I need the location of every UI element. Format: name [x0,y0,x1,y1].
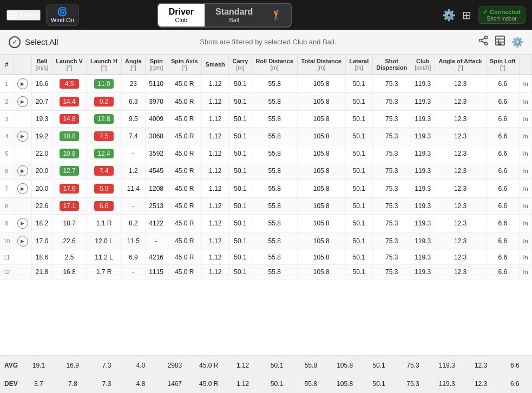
select-all-button[interactable]: ✓ Select All [9,36,58,48]
filter-text: Shots are filtered by selected Club and … [67,38,469,46]
play-button[interactable]: ▶ [17,131,28,142]
lateral-cell: 50.1 [345,250,372,265]
shots-table: # Ball[m/s] Launch V[°] Launch H[°] Angl… [0,55,532,279]
club-speed-cell: 119.3 [411,75,435,93]
smash-cell: 1.12 [202,232,229,250]
club-speed-cell: 119.3 [411,145,435,162]
table-row: 822.617.16.6-251345.0 R1.1250.155.8105.8… [0,198,532,215]
lateral-cell: 50.1 [345,75,372,93]
footer-cell: 55.8 [294,361,328,370]
footer-cell: 1.12 [226,361,260,370]
play-cell[interactable]: ▶ [14,93,32,111]
play-button[interactable]: ▶ [17,183,28,194]
play-cell [14,250,32,265]
roll-cell: 55.8 [252,93,297,111]
aoa-cell: 12.3 [435,250,486,265]
launch-v-cell: 18.7 [52,215,87,232]
carry-cell: 50.1 [229,232,252,250]
spinloft-cell: 6.6 [486,111,520,128]
ball-speed-cell: 20.7 [32,93,52,111]
svg-point-2 [485,42,488,45]
launch-h-cell: 7.4 [87,162,121,180]
club-tabs: Driver Club Standard Ball 🏌️ [157,3,292,28]
footer-cell: 1467 [157,379,192,389]
extra-cell: In [520,111,532,128]
dispersion-cell: 75.3 [372,162,411,180]
tab-driver[interactable]: Driver Club [158,4,205,26]
ball-speed-cell: 17.0 [32,232,52,250]
tab-player[interactable]: 🏌️ [264,4,291,26]
share-button[interactable] [478,35,489,49]
play-button[interactable]: ▶ [17,218,28,229]
dispersion-cell: 75.3 [372,93,411,111]
col-angle: Angle[°] [121,55,145,75]
launch-v-cell: 16.8 [52,265,87,279]
col-total: Total Distance[m] [297,55,345,75]
extra-cell: In [520,265,532,279]
footer-cell: 2983 [157,361,192,370]
wind-toggle[interactable]: 🌀 Wind On [46,4,79,26]
play-button[interactable]: ▶ [17,236,28,247]
dispersion-cell: 75.3 [372,111,411,128]
spin-axis-cell: 45.0 R [167,180,202,198]
col-carry: Carry[m] [229,55,252,75]
row-num-cell: 5 [0,145,14,162]
play-button[interactable]: ▶ [17,78,28,89]
smash-cell: 1.12 [202,162,229,180]
launch-h-cell: 12.0 L [87,232,121,250]
launch-v-cell: 14.4 [52,93,87,111]
spinloft-cell: 6.6 [486,198,520,215]
settings-icon-btn[interactable]: ⚙️ [442,9,456,22]
lateral-cell: 50.1 [345,111,372,128]
row-num-cell: 10 [0,232,14,250]
play-cell[interactable]: ▶ [14,128,32,145]
spin-cell: 1115 [145,265,167,279]
avg-label: AVG [0,362,22,369]
row-num-cell: 2 [0,93,14,111]
total-distance-cell: 105.8 [297,162,345,180]
row-number: 4 [5,133,8,139]
check-circle-icon: ✓ [9,36,21,48]
data-table-wrapper[interactable]: # Ball[m/s] Launch V[°] Launch H[°] Angl… [0,55,532,355]
col-dispersion: ShotDispersion [372,55,411,75]
total-distance-cell: 105.8 [297,250,345,265]
row-number: 7 [5,185,8,192]
aoa-cell: 12.3 [435,111,486,128]
play-cell[interactable]: ▶ [14,180,32,198]
aoa-cell: 12.3 [435,75,486,93]
tab-driver-label: Driver [169,7,194,17]
table-settings-button[interactable]: ⚙️ [511,35,523,49]
select-bar: ✓ Select All Shots are filtered by selec… [0,30,532,55]
roll-cell: 55.8 [252,180,297,198]
launch-v-cell: 17.6 [52,180,87,198]
smash-cell: 1.12 [202,128,229,145]
table-row: 1118.62.511.2 L6.9421645.0 R1.1250.155.8… [0,250,532,265]
footer-cell: 1.12 [226,379,260,389]
footer-cell: 7.3 [90,361,124,370]
play-cell[interactable]: ▶ [14,215,32,232]
row-num-cell: 6 [0,162,14,180]
row-num-cell: 8 [0,198,14,215]
dispersion-cell: 75.3 [372,145,411,162]
footer-cell: 50.1 [362,379,396,389]
spin-cell: 5110 [145,75,167,93]
play-button[interactable]: ▶ [17,96,28,107]
play-cell [14,111,32,128]
play-cell[interactable]: ▶ [14,162,32,180]
total-distance-cell: 105.8 [297,215,345,232]
tab-standard[interactable]: Standard Ball [205,4,264,26]
roll-cell: 55.8 [252,215,297,232]
smash-cell: 1.12 [202,93,229,111]
play-cell[interactable]: ▶ [14,232,32,250]
footer-cell: 50.1 [362,361,396,370]
aoa-cell: 12.3 [435,265,486,279]
spin-cell: 4545 [145,162,167,180]
col-spin-axis: Spin Axis[°] [167,55,202,75]
menu-button[interactable]: Menu [6,10,41,21]
play-cell[interactable]: ▶ [14,75,32,93]
play-button[interactable]: ▶ [17,165,28,176]
carry-cell: 50.1 [229,145,252,162]
csv-export-button[interactable] [494,35,506,49]
grid-icon-btn[interactable]: ⊞ [462,9,471,22]
launch-h-cell: 1.1 R [87,215,121,232]
